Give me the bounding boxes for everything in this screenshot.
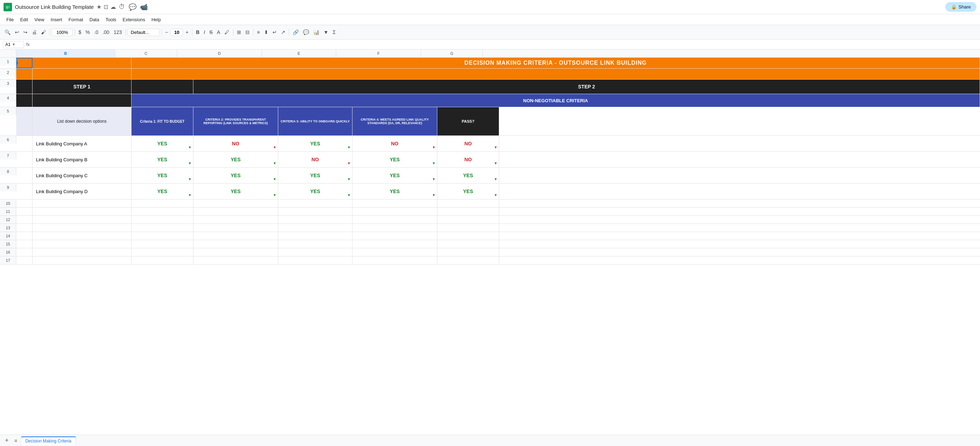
cell-company-c-c2[interactable]: YES ▼ — [193, 168, 278, 183]
cloud-icon[interactable]: ☁ — [110, 3, 116, 10]
cell-list-down[interactable]: List down decision options — [32, 107, 132, 135]
cell-a7[interactable] — [16, 152, 32, 167]
borders-btn[interactable]: ⊞ — [235, 28, 243, 37]
strikethrough-btn[interactable]: S — [207, 28, 214, 37]
cell-e10[interactable] — [278, 199, 353, 207]
chart-btn[interactable]: 📊 — [312, 28, 321, 37]
folder-icon[interactable]: ⊡ — [103, 3, 108, 10]
dropdown-arrow-c-c2[interactable]: ▼ — [273, 177, 277, 181]
cell-company-a-name[interactable]: Link Building Company A — [32, 136, 132, 151]
dropdown-arrow-d-c2[interactable]: ▼ — [273, 193, 277, 197]
cell-c3[interactable] — [132, 80, 193, 94]
paint-format-btn[interactable]: 🖌 — [39, 28, 48, 37]
cell-a1[interactable] — [16, 57, 32, 68]
function-btn[interactable]: Σ — [331, 28, 337, 37]
cell-company-a-pass[interactable]: NO ▼ — [438, 136, 499, 151]
font-name[interactable]: Default... — [127, 29, 159, 36]
dropdown-arrow-c-c1[interactable]: ▼ — [188, 177, 192, 181]
dropdown-arrow-b-pass[interactable]: ▼ — [494, 161, 498, 165]
cell-criteria2-header[interactable]: CRITERIA 2: PROVIDES TRANSPARENT REPORTI… — [193, 107, 278, 135]
cell-title[interactable]: DECISION MAKING CRITERIA - OUTSOURCE LIN… — [132, 57, 980, 68]
col-header-g[interactable]: G — [421, 49, 483, 57]
col-header-b[interactable]: B — [16, 49, 115, 57]
col-header-f[interactable]: F — [336, 49, 421, 57]
rotate-btn[interactable]: ↗ — [279, 28, 287, 37]
cell-company-b-c3[interactable]: NO ▼ — [278, 152, 353, 167]
col-header-c[interactable]: C — [115, 49, 177, 57]
undo-btn[interactable]: ↩ — [13, 28, 21, 37]
cell-a10[interactable] — [16, 199, 32, 207]
highlight-btn[interactable]: 🖊 — [223, 28, 231, 37]
cell-b2[interactable] — [32, 68, 132, 79]
cell-pass-header[interactable]: PASS? — [438, 107, 499, 135]
dropdown-arrow-d-c1[interactable]: ▼ — [188, 193, 192, 197]
decimal-dec-btn[interactable]: .0 — [92, 28, 100, 37]
cell-company-d-c2[interactable]: YES ▼ — [193, 183, 278, 199]
cell-company-b-name[interactable]: Link Building Company B — [32, 152, 132, 167]
h-align-btn[interactable]: ≡ — [255, 28, 262, 37]
menu-view[interactable]: View — [32, 16, 47, 24]
dropdown-arrow-d-pass[interactable]: ▼ — [494, 193, 498, 197]
cell-f10[interactable] — [353, 199, 438, 207]
v-align-btn[interactable]: ⬍ — [262, 28, 270, 37]
dropdown-arrow-b-c1[interactable]: ▼ — [188, 161, 192, 165]
cell-company-b-c2[interactable]: YES ▼ — [193, 152, 278, 167]
comment-icon[interactable]: 💬 — [129, 3, 137, 11]
cell-company-b-pass[interactable]: NO ▼ — [438, 152, 499, 167]
cell-company-a-c1[interactable]: YES ▼ — [132, 136, 193, 151]
menu-edit[interactable]: Edit — [18, 16, 31, 24]
cell-c10[interactable] — [132, 199, 193, 207]
cell-company-c-name[interactable]: Link Building Company C — [32, 168, 132, 183]
dropdown-arrow-b-c2[interactable]: ▼ — [273, 161, 277, 165]
cell-nonneg-label[interactable]: NON-NEGOTIABLE CRITERIA — [132, 94, 980, 107]
dropdown-arrow-b-c3[interactable]: ▼ — [347, 161, 351, 165]
cell-a2[interactable] — [16, 68, 32, 79]
cell-step1-label[interactable]: STEP 1 — [32, 80, 132, 94]
zoom-level[interactable]: 100% — [52, 29, 73, 36]
dropdown-arrow-a-c3[interactable]: ▼ — [347, 145, 351, 149]
cell-g10[interactable] — [438, 199, 499, 207]
cell-a6[interactable] — [16, 136, 32, 151]
filter-btn[interactable]: ▼ — [322, 28, 330, 37]
italic-btn[interactable]: I — [202, 28, 207, 37]
dropdown-arrow-d-c4[interactable]: ▼ — [432, 193, 436, 197]
cell-company-d-name[interactable]: Link Building Company D — [32, 183, 132, 199]
cell-company-a-c3[interactable]: YES ▼ — [278, 136, 353, 151]
menu-insert[interactable]: Insert — [48, 16, 65, 24]
cell-a4[interactable] — [16, 94, 32, 107]
cell-b1[interactable] — [32, 57, 132, 68]
currency-btn[interactable]: $ — [77, 28, 83, 37]
print-btn[interactable]: 🖨 — [30, 28, 38, 37]
cell-company-c-pass[interactable]: YES ▼ — [438, 168, 499, 183]
percent-btn[interactable]: % — [84, 28, 92, 37]
menu-help[interactable]: Help — [148, 16, 164, 24]
cell-b10[interactable] — [32, 199, 132, 207]
font-size[interactable]: 10 — [170, 29, 183, 36]
cell-a8[interactable] — [16, 168, 32, 183]
bold-btn[interactable]: B — [194, 28, 201, 37]
text-color-btn[interactable]: A — [215, 28, 222, 37]
cell-criteria1-header[interactable]: Criteria 1: FIT TO BUDGET — [132, 107, 193, 135]
menu-data[interactable]: Data — [87, 16, 102, 24]
redo-btn[interactable]: ↪ — [22, 28, 29, 37]
comment-add-btn[interactable]: 💬 — [301, 28, 311, 37]
font-size-minus-btn[interactable]: − — [163, 28, 170, 37]
cell-a9[interactable] — [16, 183, 32, 199]
share-button[interactable]: 🔒 Share — [945, 2, 977, 12]
cell-a3[interactable] — [16, 80, 32, 94]
cell-b4[interactable] — [32, 94, 132, 107]
cell-company-c-c1[interactable]: YES ▼ — [132, 168, 193, 183]
cell-company-a-c2[interactable]: NO ▼ — [193, 136, 278, 151]
cell-reference[interactable]: A1 ▼ — [3, 41, 24, 48]
col-header-e[interactable]: E — [262, 49, 336, 57]
dropdown-arrow-b-c4[interactable]: ▼ — [432, 161, 436, 165]
cell-company-b-c1[interactable]: YES ▼ — [132, 152, 193, 167]
dropdown-arrow-c-c3[interactable]: ▼ — [347, 177, 351, 181]
cell-a5[interactable] — [16, 107, 32, 135]
cell-cg2[interactable] — [132, 68, 980, 79]
cell-d10[interactable] — [193, 199, 278, 207]
cell-company-d-pass[interactable]: YES ▼ — [438, 183, 499, 199]
search-btn[interactable]: 🔍 — [3, 28, 13, 37]
dropdown-arrow-c-c4[interactable]: ▼ — [432, 177, 436, 181]
dropdown-arrow-a-c1[interactable]: ▼ — [188, 145, 192, 149]
